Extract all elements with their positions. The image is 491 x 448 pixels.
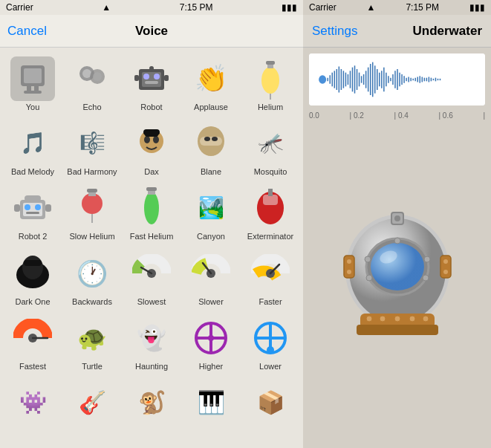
voice-item-blane[interactable]: Blane <box>184 118 238 180</box>
you-icon <box>10 56 55 101</box>
grid-row-4: Dark One 🕐 Backwards Slowest <box>3 248 300 310</box>
lower-icon <box>248 316 293 360</box>
svg-point-125 <box>365 256 371 262</box>
svg-point-11 <box>143 74 149 79</box>
grid-row-6: 👾 🎸 🐒 🎹 📦 <box>3 377 300 428</box>
robot2-label: Robot 2 <box>19 232 48 241</box>
left-time: 7:15 PM <box>180 2 213 13</box>
voice-item-you[interactable]: You <box>6 53 59 115</box>
voice-item-slow-helium[interactable]: Slow Helium <box>65 183 119 244</box>
svg-rect-4 <box>24 91 42 94</box>
svg-rect-13 <box>145 81 158 84</box>
svg-rect-1 <box>24 68 42 83</box>
r6-3-icon: 🐒 <box>129 380 174 425</box>
voice-item-mosquito[interactable]: 🦟 Mosquito <box>244 118 297 180</box>
svg-point-129 <box>394 238 400 244</box>
voice-item-higher[interactable]: Higher <box>184 313 238 374</box>
voice-item-bad-harmony[interactable]: 🎼 Bad Harmony <box>65 118 119 180</box>
voice-item-canyon[interactable]: 🏞️ Canyon <box>184 183 238 244</box>
svg-point-17 <box>261 67 279 94</box>
svg-rect-3 <box>34 86 39 91</box>
robot2-svg <box>14 189 51 227</box>
helium-label: Helium <box>258 103 283 112</box>
settings-button[interactable]: Settings <box>312 24 357 39</box>
blane-svg <box>192 125 230 162</box>
svg-point-126 <box>366 275 372 281</box>
voice-item-fast-helium[interactable]: Fast Helium <box>125 183 178 244</box>
voice-item-echo[interactable]: Echo <box>65 53 119 115</box>
grid-row-1: You Echo <box>3 53 300 115</box>
voice-item-turtle[interactable]: 🐢 Turtle <box>65 313 119 374</box>
voice-item-r6-2[interactable]: 🎸 <box>65 377 119 428</box>
lower-svg <box>251 319 290 357</box>
right-panel: Carrier ▲ 7:15 PM ▮▮▮ Settings Underwate… <box>303 0 491 448</box>
slow-helium-icon <box>70 186 114 230</box>
left-battery-icon: ▮▮▮ <box>282 2 297 13</box>
svg-point-142 <box>347 270 351 274</box>
canyon-label: Canyon <box>197 232 225 241</box>
voice-item-bad-melody[interactable]: 🎵 Bad Melody <box>6 118 59 180</box>
left-panel: Carrier ▲ 7:15 PM ▮▮▮ Cancel Voice <box>0 0 303 448</box>
voice-item-r6-1[interactable]: 👾 <box>6 377 59 428</box>
voice-item-robot[interactable]: Robot <box>125 53 178 115</box>
svg-rect-2 <box>27 86 31 91</box>
voice-item-slower[interactable]: Slower <box>184 248 238 310</box>
voice-item-haunting[interactable]: 👻 Haunting <box>125 313 178 374</box>
right-carrier: Carrier <box>309 2 336 13</box>
voice-item-lower[interactable]: Lower <box>244 313 297 374</box>
grid-row-3: Robot 2 Slow Helium <box>3 183 300 244</box>
svg-point-28 <box>204 137 210 141</box>
voice-item-r6-3[interactable]: 🐒 <box>125 377 178 428</box>
faster-label: Faster <box>258 297 282 307</box>
voice-item-applause[interactable]: 👏 Applause <box>184 53 238 115</box>
svg-rect-34 <box>26 212 39 214</box>
slower-speedometer-svg <box>192 254 230 293</box>
voice-item-exterminator[interactable]: Exterminator <box>244 183 297 244</box>
turtle-icon: 🐢 <box>70 316 114 360</box>
left-carrier: Carrier <box>6 2 33 13</box>
svg-point-134 <box>394 316 400 322</box>
svg-point-141 <box>347 259 351 264</box>
lower-label: Lower <box>259 362 282 371</box>
fast-helium-svg <box>133 187 170 229</box>
voice-item-slowest[interactable]: Slowest <box>125 248 178 310</box>
svg-point-22 <box>144 136 150 143</box>
voice-item-dark-one[interactable]: Dark One <box>6 248 59 310</box>
svg-point-12 <box>154 74 160 79</box>
voice-item-dax[interactable]: Dax <box>125 118 178 180</box>
svg-point-32 <box>25 204 30 210</box>
svg-rect-25 <box>143 129 160 135</box>
voice-item-helium[interactable]: Helium <box>244 53 297 115</box>
dax-icon <box>129 121 174 166</box>
echo-icon <box>70 56 114 101</box>
r6-1-icon: 👾 <box>10 380 55 425</box>
cancel-button[interactable]: Cancel <box>7 24 47 39</box>
diver-helmet-svg <box>331 196 464 374</box>
waveform-svg <box>309 53 485 105</box>
exterminator-icon <box>248 186 293 230</box>
canyon-icon: 🏞️ <box>189 186 233 230</box>
voice-item-faster[interactable]: Faster <box>244 248 297 310</box>
grid-row-2: 🎵 Bad Melody 🎼 Bad Harmony <box>3 118 300 180</box>
svg-rect-44 <box>146 187 157 191</box>
voice-item-r6-4[interactable]: 🎹 <box>184 377 238 428</box>
slow-helium-label: Slow Helium <box>69 232 114 241</box>
voice-item-r6-5[interactable]: 📦 <box>244 377 297 428</box>
left-status-bar: Carrier ▲ 7:15 PM ▮▮▮ <box>0 0 303 15</box>
time-04: | 0.4 <box>394 111 409 120</box>
fastest-icon <box>10 316 55 360</box>
grid-row-5: Fastest 🐢 Turtle 👻 Haunting <box>3 313 300 374</box>
you-svg <box>16 62 49 95</box>
voice-item-backwards[interactable]: 🕐 Backwards <box>65 248 119 310</box>
voice-item-robot2[interactable]: Robot 2 <box>6 183 59 244</box>
svg-point-62 <box>208 335 214 341</box>
turtle-label: Turtle <box>82 362 103 371</box>
svg-point-123 <box>371 243 424 290</box>
svg-rect-35 <box>14 204 20 212</box>
svg-rect-15 <box>134 75 139 81</box>
fast-helium-icon <box>129 186 174 230</box>
r6-5-icon: 📦 <box>248 380 293 425</box>
waveform-container <box>309 53 485 105</box>
svg-point-135 <box>409 316 415 322</box>
voice-item-fastest[interactable]: Fastest <box>6 313 59 374</box>
